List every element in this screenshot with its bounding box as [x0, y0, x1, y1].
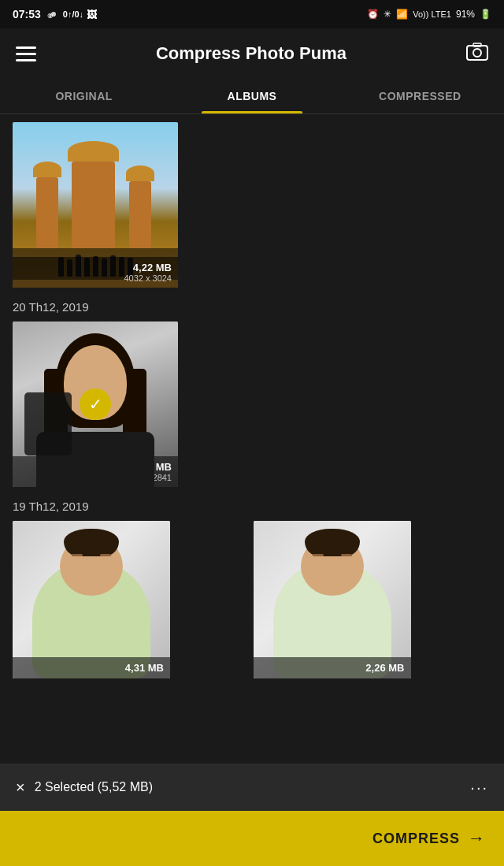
photo-castle[interactable]: 4,22 MB 4032 x 3024: [13, 122, 178, 288]
status-icons: ⏰ ✳ 📶 Vo)) LTE1 91% 🔋: [367, 9, 491, 20]
status-bar: 07:53 ⑨ 0↑/0↓ 🖼 ⏰ ✳ 📶 Vo)) LTE1 91% 🔋: [0, 0, 504, 28]
bluetooth-icon: ✳: [384, 9, 391, 20]
compress-button[interactable]: COMPRESS →: [372, 828, 485, 849]
section-dec19: 19 Th12, 2019: [0, 487, 504, 678]
selection-bar: × 2 Selected (5,52 MB) ···: [0, 764, 504, 811]
photo-castle-info: 4,22 MB 4032 x 3024: [13, 257, 178, 288]
image-icon: 🖼: [87, 9, 97, 20]
app-header: Compress Photo Puma: [0, 28, 504, 79]
section-dec20: 20 Th12, 2019: [0, 288, 504, 487]
menu-button[interactable]: [16, 46, 36, 61]
more-options-button[interactable]: ···: [470, 779, 488, 797]
tab-albums[interactable]: ALBUMS: [168, 79, 335, 113]
selection-count: 2 Selected (5,52 MB): [35, 780, 153, 794]
svg-rect-2: [467, 46, 487, 60]
date-dec20: 20 Th12, 2019: [13, 288, 491, 321]
photo-baby2[interactable]: 2,26 MB: [254, 521, 411, 678]
close-selection-button[interactable]: ×: [16, 779, 25, 797]
date-dec19: 19 Th12, 2019: [13, 487, 491, 521]
tab-compressed[interactable]: COMPRESSED: [336, 79, 504, 113]
battery-display: 91%: [456, 9, 475, 20]
photo-baby1[interactable]: 4,31 MB: [13, 521, 170, 678]
alarm-icon: ⏰: [367, 9, 379, 20]
hamburger-line1: [16, 46, 36, 49]
section-top: 4,22 MB 4032 x 3024: [0, 114, 504, 288]
content-area: 4,22 MB 4032 x 3024 20 Th12, 2019: [0, 114, 504, 805]
svg-text:⑨: ⑨: [47, 13, 53, 20]
photo-castle-size: 4,22 MB: [19, 262, 172, 273]
tab-bar: ORIGINAL ALBUMS COMPRESSED: [0, 79, 504, 114]
tab-original[interactable]: ORIGINAL: [0, 79, 168, 113]
camera-button[interactable]: [466, 42, 488, 65]
compress-arrow-icon: →: [468, 828, 485, 849]
photo-woman-selected: ✓: [80, 388, 111, 420]
photo-woman[interactable]: ✓ 2,09 MB 2048 x 2841: [13, 321, 178, 487]
photo-baby1-size: 4,31 MB: [19, 662, 164, 674]
signal-icon: ⑨: [47, 9, 60, 20]
compress-label: COMPRESS: [372, 831, 460, 847]
selection-info: × 2 Selected (5,52 MB): [16, 779, 153, 797]
wifi-icon: 📶: [396, 9, 408, 20]
photo-baby2-info: 2,26 MB: [254, 657, 411, 678]
photo-baby1-info: 4,31 MB: [13, 657, 170, 678]
app-title: Compress Photo Puma: [156, 43, 346, 64]
battery-icon: 🔋: [480, 9, 491, 20]
compress-bar: COMPRESS →: [0, 811, 504, 866]
hamburger-line3: [16, 59, 36, 61]
photo-baby2-size: 2,26 MB: [260, 662, 405, 674]
signal-bars: Vo)) LTE1: [413, 9, 451, 19]
time-display: 07:53: [13, 8, 41, 20]
photo-castle-dimensions: 4032 x 3024: [19, 273, 172, 283]
hamburger-line2: [16, 53, 36, 55]
svg-point-3: [473, 49, 481, 57]
status-time: 07:53 ⑨ 0↑/0↓ 🖼: [13, 8, 97, 20]
